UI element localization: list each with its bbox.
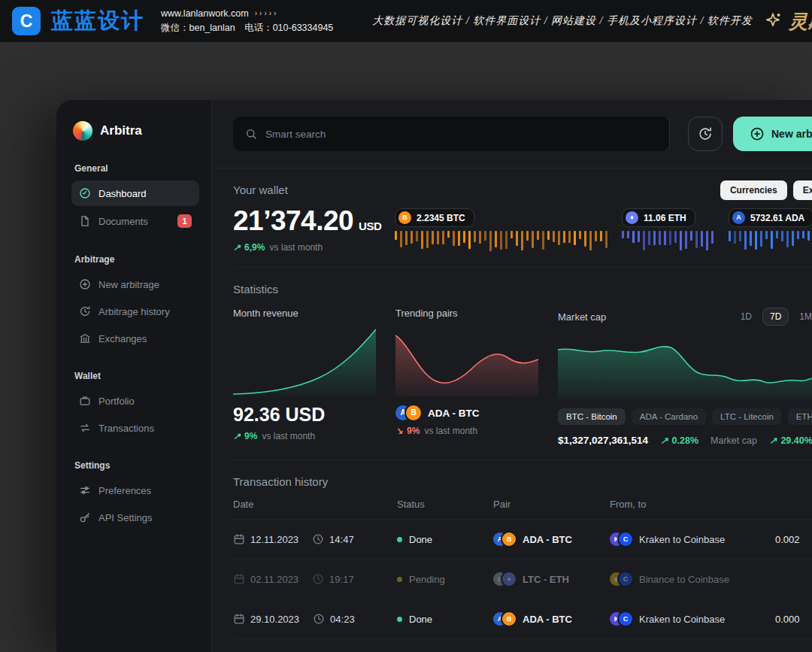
table-row[interactable]: 29.10.2023 04:23 Done AB ADA - BTC KC Kr… — [233, 599, 812, 639]
tag-eth-ethereum[interactable]: ETH - Ethereum — [788, 408, 812, 425]
table-header: Date Status Pair From, to — [233, 488, 812, 520]
inspiration-label: 灵感收集 — [789, 9, 812, 34]
search-input[interactable] — [265, 129, 657, 140]
period-1d[interactable]: 1D — [733, 308, 759, 326]
market-cap-label: Market cap — [558, 311, 606, 323]
holding-eth: ♦11.06 ETH — [622, 208, 720, 253]
sidebar-item-arbitrage-history[interactable]: Arbitrage history — [71, 299, 199, 324]
tag-ltc-litecoin[interactable]: LTC - Litecoin — [712, 408, 782, 425]
currencies-button[interactable]: Currencies — [720, 180, 787, 200]
tag-btc-bitcoin[interactable]: BTC - Bitcoin — [558, 408, 626, 425]
sidebar-item-label: Portfolio — [98, 396, 135, 407]
status-label: Done — [409, 614, 432, 625]
transactions-title: Transaction history — [233, 475, 812, 488]
services-nav[interactable]: 大数据可视化设计 / 软件界面设计 / 网站建设 / 手机及小程序设计 / 软件… — [372, 14, 753, 28]
history-button[interactable] — [688, 117, 723, 151]
holding-btc: B2.2345 BTC — [395, 208, 613, 253]
trending-pair-name: ADA - BTC — [428, 408, 480, 419]
lanlan-logo-icon[interactable]: C — [12, 7, 41, 35]
inspiration-link[interactable]: 灵感收集 — [763, 9, 812, 34]
date-cell: 02.11.2023 19:17 — [233, 573, 397, 585]
site-brand[interactable]: 蓝蓝设计 — [51, 6, 144, 36]
route-label: Binance to Coinbase — [639, 574, 729, 585]
status-dot — [397, 577, 402, 582]
route-cell: ◆C Binance to Coinbase — [610, 572, 775, 586]
period-7d[interactable]: 7D — [762, 308, 789, 326]
exchange-icons: KC — [610, 532, 632, 546]
topbar: New arbitrage — [212, 100, 812, 168]
arbitra-logo-icon — [73, 121, 92, 141]
pair-cell: AB ADA - BTC — [493, 532, 610, 546]
period-1m[interactable]: 1M — [792, 308, 812, 326]
page-background: Arbitra GeneralDashboardDocuments1Arbitr… — [0, 42, 812, 652]
holding-ada: A5732.61 ADA — [729, 208, 812, 253]
search-box[interactable] — [233, 117, 669, 151]
wallet-title: Your wallet — [233, 183, 288, 196]
calendar-icon — [233, 613, 245, 625]
table-row[interactable]: 12.11.2023 14:47 Done AB ADA - BTC KC Kr… — [233, 520, 812, 560]
statistics-title: Statistics — [233, 283, 812, 296]
new-arbitrage-button[interactable]: New arbitrage — [733, 117, 812, 151]
logo-letter: C — [20, 11, 33, 32]
pair-icons: AB — [493, 612, 516, 626]
market-cap-value: $1,327,027,361,514 — [558, 435, 648, 446]
route-label: Kraken to Coinbase — [639, 614, 725, 625]
sidebar-nav: GeneralDashboardDocuments1ArbitrageNew a… — [71, 163, 199, 530]
date-cell: 29.10.2023 04:23 — [233, 613, 397, 625]
holding-amount: 2.2345 BTC — [417, 213, 465, 223]
dashboard-icon — [79, 187, 91, 199]
holding-bars — [395, 231, 613, 253]
exchange-icons: ◆C — [610, 572, 632, 586]
pair-label: ADA - BTC — [523, 614, 572, 625]
main-area: New arbitrage Your wallet Currencies Exc… — [212, 100, 812, 652]
holding-badge: B2.2345 BTC — [395, 208, 474, 227]
sliders-icon — [79, 484, 91, 496]
trending-pairs-sparkline — [395, 325, 538, 396]
wallet-change-note: vs last month — [269, 242, 323, 253]
balance-currency: USD — [359, 220, 381, 232]
site-url[interactable]: www.lanlanwork.com — [161, 8, 249, 19]
route-cell: KC Kraken to Coinbase — [610, 612, 775, 626]
dashboard-content: Your wallet Currencies Exchanges 21’374.… — [212, 168, 812, 652]
market-cap-chart — [558, 332, 812, 399]
tag-ada-cardano[interactable]: ADA - Cardano — [632, 408, 706, 425]
sidebar-item-label: Dashboard — [98, 188, 147, 199]
sidebar-item-transactions[interactable]: Transactions — [71, 415, 199, 441]
date-cell: 12.11.2023 14:47 — [233, 533, 397, 545]
sidebar-item-preferences[interactable]: Preferences — [71, 478, 199, 503]
holding-bars — [729, 231, 812, 253]
sidebar-item-documents[interactable]: Documents1 — [71, 208, 199, 235]
trending-pair-icons: AB — [395, 405, 421, 420]
month-revenue-label: Month revenue — [233, 308, 376, 319]
exchanges-button[interactable]: Exchanges — [793, 180, 812, 200]
sidebar-item-portfolio[interactable]: Portfolio — [71, 388, 199, 414]
market-cap-change: ↗0.28% — [660, 435, 698, 446]
holding-badge: ♦11.06 ETH — [622, 208, 695, 227]
month-revenue-change: ↗9% — [233, 431, 257, 441]
holding-bars — [622, 231, 720, 253]
sidebar-section-arbitrage: Arbitrage — [74, 254, 196, 265]
trending-pairs-change: ↘9% — [395, 426, 420, 436]
exchange-tags: BTC - BitcoinADA - CardanoLTC - Litecoin… — [558, 408, 812, 425]
sidebar-item-exchanges[interactable]: Exchanges — [71, 326, 199, 351]
sidebar-item-label: Transactions — [98, 423, 154, 434]
pair-label: ADA - BTC — [523, 534, 572, 545]
sidebar-item-dashboard[interactable]: Dashboard — [71, 180, 199, 206]
new-arbitrage-label: New arbitrage — [771, 128, 812, 140]
table-row[interactable]: 02.11.2023 19:17 Pending Ł♦ LTC - ETH ◆C… — [233, 560, 812, 599]
key-icon — [79, 511, 91, 523]
bank-icon — [79, 332, 91, 344]
btc-icon: B — [406, 405, 421, 420]
sidebar-item-label: API Settings — [98, 512, 153, 523]
sidebar-item-api-settings[interactable]: API Settings — [71, 505, 199, 530]
amount-cell: 0.002 — [775, 534, 812, 545]
status-label: Done — [409, 534, 432, 545]
history-icon — [79, 305, 91, 317]
route-cell: KC Kraken to Coinbase — [610, 532, 775, 546]
month-revenue-sparkline — [233, 325, 376, 396]
transactions-section: Transaction history Date Status Pair Fro… — [233, 460, 812, 652]
balance-value: 21’374.20 — [233, 205, 353, 237]
sidebar-item-new-arbitrage[interactable]: New arbitrage — [71, 271, 199, 297]
exchange-icons: KC — [610, 612, 632, 626]
column-from-to: From, to — [610, 499, 775, 510]
